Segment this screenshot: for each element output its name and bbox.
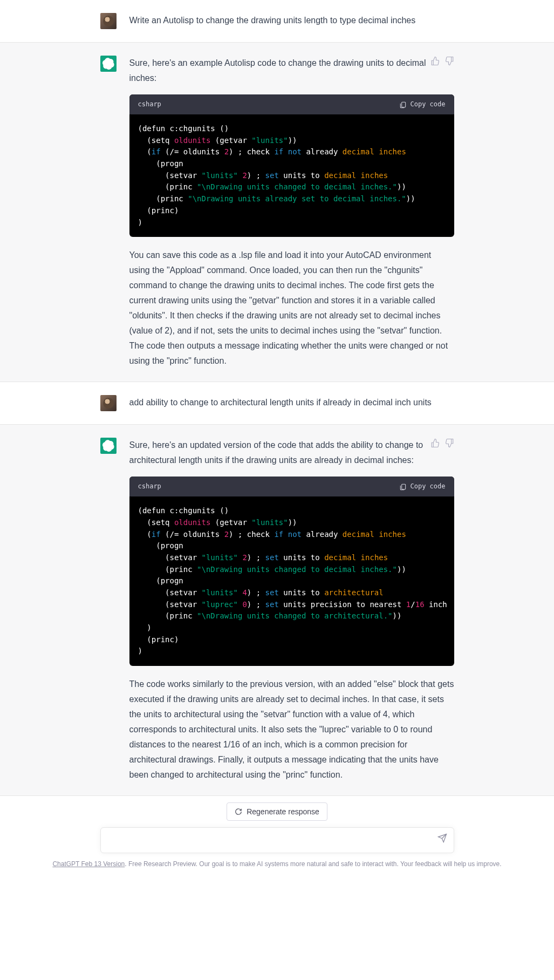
thumbs-up-icon — [430, 438, 440, 448]
assistant-message-2: Sure, here's an updated version of the c… — [0, 425, 554, 796]
user-text: Write an Autolisp to change the drawing … — [129, 13, 454, 28]
user-avatar — [100, 13, 117, 29]
code-block-2: csharp Copy code (defun c:chgunits () (s… — [129, 477, 454, 666]
assistant-explanation: You can save this code as a .lsp file an… — [129, 248, 454, 369]
send-button[interactable] — [437, 833, 447, 848]
user-avatar — [100, 395, 117, 411]
refresh-icon — [235, 808, 242, 815]
assistant-avatar — [100, 56, 117, 72]
user-message-1: Write an Autolisp to change the drawing … — [0, 0, 554, 43]
disclaimer: ChatGPT Feb 13 Version. Free Research Pr… — [0, 859, 554, 870]
copy-code-button[interactable]: Copy code — [399, 99, 445, 110]
message-input-container — [100, 827, 454, 853]
copy-code-button[interactable]: Copy code — [399, 481, 445, 492]
assistant-intro: Sure, here's an example Autolisp code to… — [129, 56, 454, 86]
user-text: add ability to change to architectural l… — [129, 395, 454, 410]
clipboard-icon — [399, 101, 407, 108]
code-body[interactable]: (defun c:chgunits () (setq oldunits (get… — [129, 114, 454, 237]
thumbs-down-button[interactable] — [444, 56, 454, 71]
send-icon — [437, 833, 447, 843]
thumbs-up-icon — [430, 56, 440, 66]
code-body[interactable]: (defun c:chgunits () (setq oldunits (get… — [129, 496, 454, 666]
thumbs-up-button[interactable] — [430, 438, 440, 453]
version-link[interactable]: ChatGPT Feb 13 Version — [52, 860, 125, 868]
code-lang-label: csharp — [138, 481, 161, 492]
thumbs-down-icon — [444, 438, 454, 448]
regenerate-button[interactable]: Regenerate response — [227, 802, 327, 821]
code-lang-label: csharp — [138, 99, 161, 110]
user-message-2: add ability to change to architectural l… — [0, 382, 554, 425]
thumbs-up-button[interactable] — [430, 56, 440, 71]
assistant-explanation: The code works similarly to the previous… — [129, 677, 454, 782]
message-input[interactable] — [110, 835, 428, 845]
svg-rect-1 — [402, 484, 406, 489]
thumbs-down-button[interactable] — [444, 438, 454, 453]
assistant-message-1: Sure, here's an example Autolisp code to… — [0, 43, 554, 382]
assistant-intro: Sure, here's an updated version of the c… — [129, 438, 454, 468]
footer: Regenerate response ChatGPT Feb 13 Versi… — [0, 796, 554, 874]
code-block-1: csharp Copy code (defun c:chgunits () (s… — [129, 94, 454, 237]
svg-rect-0 — [402, 102, 406, 107]
clipboard-icon — [399, 483, 407, 491]
assistant-avatar — [100, 438, 117, 454]
thumbs-down-icon — [444, 56, 454, 66]
